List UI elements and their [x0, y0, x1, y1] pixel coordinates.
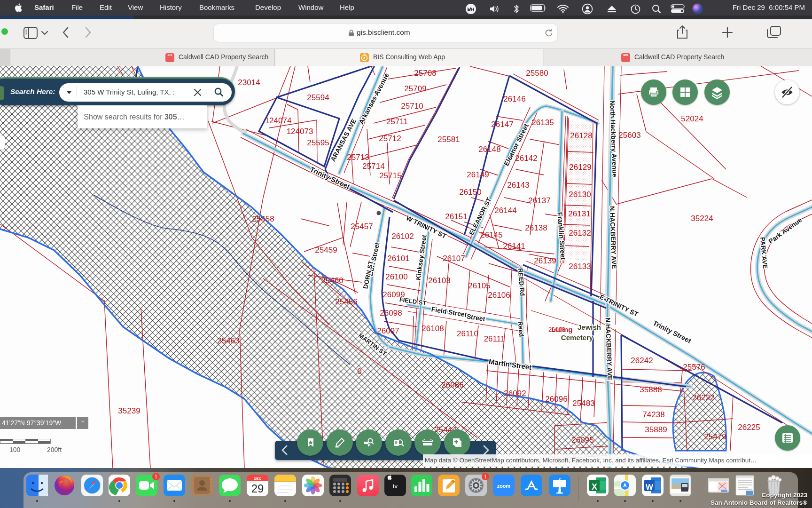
svg-text:26147: 26147: [491, 120, 513, 129]
svg-text:26103: 26103: [428, 276, 450, 285]
svg-text:26131: 26131: [568, 209, 590, 218]
svg-text:BIS: BIS: [363, 54, 367, 56]
svg-text:25456: 25456: [335, 297, 357, 306]
svg-text:Cemetery: Cemetery: [561, 333, 593, 341]
svg-text:26146: 26146: [503, 95, 525, 103]
svg-text:26242: 26242: [631, 356, 653, 365]
svg-text:25594: 25594: [307, 93, 329, 102]
svg-text:26108: 26108: [422, 324, 444, 333]
svg-text:23014: 23014: [238, 78, 260, 87]
svg-text:26151: 26151: [445, 212, 467, 221]
svg-text:tv: tv: [393, 483, 398, 490]
svg-text:26137: 26137: [528, 196, 550, 205]
svg-text:26141: 26141: [503, 242, 525, 251]
svg-text:25713: 25713: [347, 153, 369, 162]
svg-text:26101: 26101: [387, 254, 409, 263]
svg-text:26142: 26142: [515, 154, 537, 163]
svg-text:W: W: [646, 483, 654, 492]
svg-text:26102: 26102: [391, 232, 414, 241]
svg-text:26111: 26111: [484, 334, 505, 343]
svg-text:zoom: zoom: [497, 483, 511, 489]
svg-text:26096: 26096: [545, 395, 567, 404]
svg-text:26095: 26095: [571, 436, 593, 444]
svg-text:25483: 25483: [572, 399, 594, 408]
svg-text:26144: 26144: [494, 206, 516, 215]
svg-text:26092: 26092: [504, 389, 526, 398]
svg-text:25460: 25460: [321, 276, 343, 285]
svg-text:25603: 25603: [618, 131, 640, 140]
svg-text:25458: 25458: [252, 214, 274, 223]
svg-text:124073: 124073: [287, 127, 313, 136]
svg-text:25457: 25457: [351, 222, 373, 231]
svg-text:26100: 26100: [385, 272, 407, 281]
svg-text:26135: 26135: [531, 118, 554, 127]
svg-text:0: 0: [357, 367, 361, 376]
svg-text:26106: 26106: [488, 291, 510, 300]
svg-text:26145: 26145: [480, 230, 502, 239]
svg-text:26143: 26143: [507, 181, 529, 190]
svg-text:25459: 25459: [315, 246, 337, 254]
svg-text:74238: 74238: [642, 410, 664, 419]
svg-text:35239: 35239: [118, 406, 140, 415]
svg-text:26133: 26133: [569, 262, 591, 271]
svg-text:26148: 26148: [478, 145, 500, 154]
svg-text:26225: 26225: [738, 423, 760, 432]
svg-text:26222: 26222: [692, 393, 714, 402]
svg-text:35224: 35224: [691, 214, 713, 223]
svg-text:25463: 25463: [217, 336, 239, 345]
svg-text:26086: 26086: [441, 381, 463, 389]
svg-text:X: X: [592, 482, 597, 492]
svg-text:26097: 26097: [377, 326, 399, 335]
svg-text:25581: 25581: [437, 135, 460, 144]
svg-text:25711: 25711: [386, 117, 408, 126]
svg-text:26129: 26129: [569, 163, 591, 172]
svg-text:DEC: DEC: [254, 476, 262, 481]
svg-text:35888: 35888: [640, 385, 662, 394]
svg-text:26107: 26107: [443, 254, 465, 263]
svg-text:35889: 35889: [645, 425, 667, 434]
svg-text:52024: 52024: [681, 114, 703, 123]
svg-text:26098: 26098: [380, 309, 402, 318]
svg-text:29: 29: [251, 482, 264, 495]
svg-text:26110: 26110: [457, 329, 478, 338]
svg-text:25715: 25715: [379, 171, 401, 180]
svg-text:Reed: Reed: [517, 321, 525, 337]
svg-text:26139: 26139: [534, 256, 556, 265]
svg-text:25595: 25595: [307, 138, 329, 147]
svg-text:26093: 26093: [548, 326, 565, 333]
svg-text:25710: 25710: [401, 102, 423, 111]
svg-text:25479: 25479: [704, 432, 726, 441]
svg-text:Jewish: Jewish: [578, 323, 601, 331]
svg-text:26128: 26128: [570, 131, 592, 140]
svg-text:25708: 25708: [414, 69, 436, 78]
svg-text:26130: 26130: [569, 190, 591, 199]
svg-text:25580: 25580: [526, 69, 548, 78]
svg-text:124074: 124074: [265, 116, 292, 125]
svg-text:25712: 25712: [379, 134, 401, 143]
svg-text:26138: 26138: [525, 223, 547, 232]
svg-text:26149: 26149: [467, 170, 489, 179]
svg-text:26105: 26105: [468, 281, 490, 290]
svg-text:25709: 25709: [404, 84, 426, 93]
svg-text:26132: 26132: [569, 229, 591, 238]
svg-text:26150: 26150: [459, 188, 481, 197]
svg-text:25576: 25576: [683, 363, 705, 372]
svg-text:25714: 25714: [362, 162, 384, 171]
